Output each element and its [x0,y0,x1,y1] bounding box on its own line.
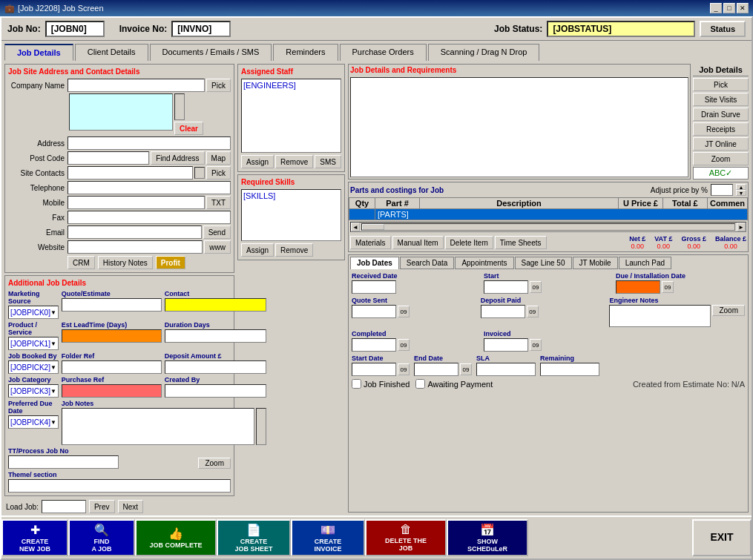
maximize-button[interactable]: □ [723,3,735,13]
receipts-button[interactable]: Receipts [693,122,749,136]
completed-cal-button[interactable]: 09 [398,339,410,351]
scroll-right-button[interactable]: ► [737,223,746,231]
send-button[interactable]: Send [203,225,231,239]
job-complete-button[interactable]: 👍 JOB COMPLETE [135,519,217,556]
start-cal-button[interactable]: 09 [530,281,542,293]
txt-button[interactable]: TXT [206,196,231,209]
quote-estimate-input[interactable]: [JOBDETAILS2] [62,298,162,312]
job-finished-checkbox[interactable] [352,379,361,389]
quote-sent-input[interactable]: [JOBDATE1] [352,305,396,318]
deposit-cal-button[interactable]: 09 [527,306,539,317]
delete-job-button[interactable]: 🗑 DELETE THE JOB [365,519,447,556]
preferred-due-dropdown[interactable]: [JOBPICK4] ▼ [8,415,59,429]
create-invoice-button[interactable]: 💷 CREATE INVOICE [291,519,365,556]
tab-job-details[interactable]: Job Details [4,44,73,61]
time-sheets-button[interactable]: Time Sheets [495,236,547,249]
due-date-input[interactable]: [JOBDATE8] [616,280,660,294]
sub-tab-jt-mobile[interactable]: JT Mobile [573,257,618,269]
start-date-input[interactable]: [JOBDATE3] [352,363,396,376]
invoiced-input[interactable]: [JOBDATE6] [484,338,528,352]
assign-skills-button[interactable]: Assign [241,243,274,257]
sms-button[interactable]: SMS [315,155,341,168]
adjust-down[interactable]: ▼ [736,190,746,196]
telephone-input[interactable] [68,181,231,194]
address-input[interactable] [68,136,231,150]
email-input[interactable] [68,225,202,239]
sub-tab-appointments[interactable]: Appointments [455,257,513,269]
quote-cal-button[interactable]: 09 [398,306,410,317]
folder-ref-input[interactable]: [JOBDETAILS4] [62,360,162,374]
close-button[interactable]: ✕ [737,3,749,13]
received-date-input[interactable]: [JOBDATE0] [352,280,396,294]
site-contacts-input[interactable] [68,166,193,179]
invoiced-cal-button[interactable]: 09 [530,339,542,351]
job-category-dropdown[interactable]: [JOBPICK3] ▼ [8,384,59,398]
est-lead-time-input[interactable]: [JOBDETAILS3] [62,329,162,343]
sla-input[interactable]: [JOBDETAILS11] [476,363,536,376]
awaiting-payment-checkbox[interactable] [415,379,425,389]
site-visits-button[interactable]: Site Visits [693,93,749,106]
create-new-job-button[interactable]: ✚ CREATE NEW JOB [1,519,68,556]
adjust-up[interactable]: ▲ [736,184,746,190]
fax-input[interactable] [68,211,231,224]
crm-button[interactable]: CRM [68,256,95,269]
end-date-input[interactable]: [JOBDATE7] [414,363,458,376]
clear-button[interactable]: Clear [174,122,203,135]
remaining-input[interactable]: [JOBDETAILS12] [540,363,599,376]
tab-reminders[interactable]: Reminders [273,44,338,61]
prev-button[interactable]: Prev [89,500,115,513]
engineer-notes-input[interactable] [609,305,711,327]
tab-client-details[interactable]: Client Details [75,44,148,61]
drain-survey-button[interactable]: Drain Surve [693,108,749,121]
mobile-input[interactable] [68,196,205,209]
www-button[interactable]: www [204,240,231,254]
deposit-paid-input[interactable]: [JOBDATE5] [481,305,525,318]
adjust-price-input[interactable] [711,184,733,196]
pick-button[interactable]: Pick [206,79,231,92]
jt-online-button[interactable]: JT Online [693,137,749,151]
map-button[interactable]: Map [206,151,231,165]
profit-button[interactable]: Profit [156,256,185,269]
start-date-cal-button[interactable]: 09 [398,363,410,375]
abc-check[interactable]: ABC✓ [693,167,749,179]
manual-item-button[interactable]: Manual Item [392,236,444,249]
assign-staff-button[interactable]: Assign [241,155,274,168]
company-name-input[interactable] [68,79,205,92]
purchase-ref-input[interactable]: [JOBDETAILS5] [62,384,162,398]
postcode-input[interactable] [68,151,149,165]
pick2-button[interactable]: Pick [206,166,231,179]
website-input[interactable] [68,240,203,254]
sub-tab-job-dates[interactable]: Job Dates [350,257,399,269]
due-cal-button[interactable]: 09 [662,281,674,293]
completed-input[interactable]: [JOBDATE2] [352,338,396,352]
job-brief-textarea[interactable] [350,77,688,177]
materials-button[interactable]: Materials [350,236,391,249]
find-address-button[interactable]: Find Address [151,151,204,165]
pick-job-button[interactable]: Pick [693,78,749,91]
end-date-cal-button[interactable]: 09 [460,363,472,375]
minimize-button[interactable]: _ [710,3,722,13]
tt-process-input[interactable]: [JOBDETAILS0] [8,455,119,469]
find-a-job-button[interactable]: 🔍 FIND A JOB [68,519,135,556]
additional-zoom-button[interactable]: Zoom [198,458,231,469]
delete-item-button[interactable]: Delete Item [445,236,493,249]
scroll-left-button[interactable]: ◄ [351,223,360,231]
marketing-source-dropdown[interactable]: [JOBPICK0] ▼ [8,306,59,319]
tab-documents[interactable]: Documents / Emails / SMS [150,44,272,61]
sub-tab-sage[interactable]: Sage Line 50 [515,257,572,269]
load-job-input[interactable] [42,500,86,513]
product-service-dropdown[interactable]: [JOBPICK1] ▼ [8,337,59,350]
exit-button[interactable]: EXIT [692,519,752,556]
tab-scanning[interactable]: Scanning / Drag N Drop [428,44,540,61]
zoom-job-button[interactable]: Zoom [693,152,749,165]
remove-staff-button[interactable]: Remove [275,155,313,168]
create-job-sheet-button[interactable]: 📄 CREATE JOB SHEET [217,519,291,556]
job-notes-input[interactable] [62,408,254,445]
theme-section-input[interactable]: [JOBDETAILS1] [8,479,231,493]
history-notes-button[interactable]: History Notes [98,256,153,269]
site-textarea[interactable] [69,93,173,131]
remove-skills-button[interactable]: Remove [275,243,313,257]
show-scheduler-button[interactable]: 📅 SHOW SCHEDuLeR [447,519,528,556]
sub-tab-search-data[interactable]: Search Data [400,257,455,269]
start-input[interactable]: [JOBDATE4] [484,280,528,294]
